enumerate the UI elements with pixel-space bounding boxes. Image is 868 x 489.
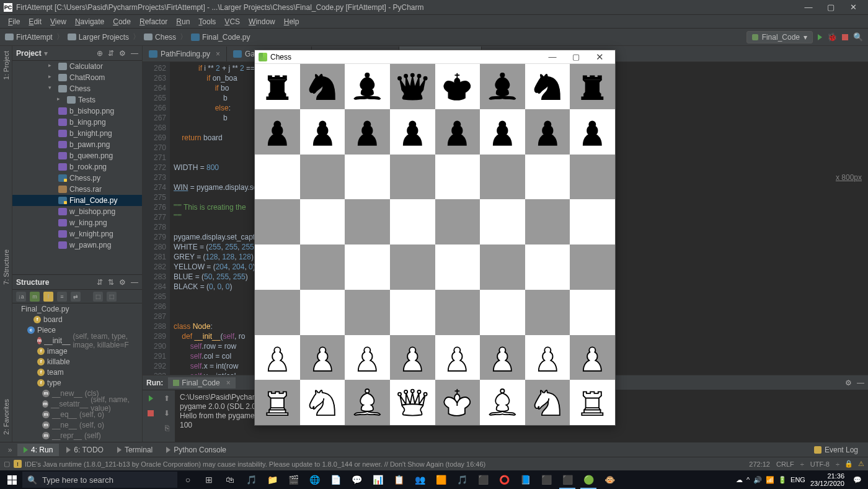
tray-icon[interactable]: ENG xyxy=(790,476,805,484)
tray-icon[interactable]: 🔊 xyxy=(753,476,762,484)
taskbar-app-icon[interactable]: 🟧 xyxy=(430,470,451,489)
chess-square[interactable] xyxy=(435,380,480,425)
chess-square[interactable] xyxy=(390,335,435,380)
chess-square[interactable] xyxy=(570,64,615,109)
chess-square[interactable] xyxy=(300,199,345,244)
tree-item[interactable]: Chess xyxy=(12,83,142,94)
chess-square[interactable] xyxy=(390,155,435,200)
structure-item[interactable]: ftype xyxy=(12,377,142,388)
chess-square[interactable] xyxy=(255,155,300,200)
close-icon[interactable]: × xyxy=(226,379,231,387)
tree-item[interactable]: ChatRoom xyxy=(12,72,142,83)
chess-square[interactable] xyxy=(300,380,345,425)
tree-item[interactable]: Tests xyxy=(12,94,142,105)
collapse-icon[interactable]: ⇵ xyxy=(97,278,103,287)
tray-icon[interactable]: 📶 xyxy=(766,476,774,484)
chess-square[interactable] xyxy=(525,244,570,290)
breadcrumb[interactable]: Larger Projects xyxy=(68,33,129,42)
tree-item[interactable]: b_pawn.png xyxy=(12,139,142,150)
tray-icon[interactable]: ☁ xyxy=(736,476,743,484)
tree-item[interactable]: b_queen.png xyxy=(12,150,142,161)
chess-square[interactable] xyxy=(390,199,435,244)
tray-icon[interactable]: 🔋 xyxy=(778,476,787,484)
menu-navigate[interactable]: Navigate xyxy=(71,16,108,27)
chess-square[interactable] xyxy=(480,244,525,290)
expand-icon[interactable]: ⇅ xyxy=(108,278,114,287)
taskbar-app-icon[interactable]: 📁 xyxy=(262,470,283,489)
tool-window-toggle-icon[interactable]: ▢ xyxy=(4,460,10,468)
chess-square[interactable] xyxy=(435,109,480,155)
menu-view[interactable]: View xyxy=(46,16,71,27)
file-encoding[interactable]: UTF-8 xyxy=(810,460,830,468)
menu-refactor[interactable]: Refactor xyxy=(135,16,172,27)
gear-icon[interactable]: ⚙ xyxy=(119,49,126,58)
editor-tab[interactable]: PathFinding.py× xyxy=(143,47,227,61)
tool-tab[interactable]: 6: TODO xyxy=(60,444,110,456)
chess-square[interactable] xyxy=(525,290,570,335)
tree-item[interactable]: b_king.png xyxy=(12,117,142,128)
run-button[interactable] xyxy=(818,34,822,40)
chess-square[interactable] xyxy=(435,244,480,290)
chess-square[interactable] xyxy=(480,64,525,109)
chess-square[interactable] xyxy=(255,290,300,335)
chess-square[interactable] xyxy=(255,335,300,380)
tray-icon[interactable]: ^ xyxy=(746,476,750,484)
chess-square[interactable] xyxy=(255,199,300,244)
chess-square[interactable] xyxy=(345,109,390,155)
structure-item[interactable]: m__setattr__(self, name, value) xyxy=(12,398,142,409)
breadcrumb[interactable]: FirtAttempt xyxy=(5,33,53,42)
chess-square[interactable] xyxy=(300,290,345,335)
chess-square[interactable] xyxy=(525,199,570,244)
chess-board[interactable] xyxy=(255,64,615,425)
chess-square[interactable] xyxy=(480,199,525,244)
chess-square[interactable] xyxy=(570,380,615,425)
close-button[interactable]: ✕ xyxy=(842,1,864,14)
chess-square[interactable] xyxy=(480,109,525,155)
tree-item[interactable]: Chess.rar xyxy=(12,184,142,195)
tree-item[interactable]: w_knight.png xyxy=(12,228,142,240)
chess-square[interactable] xyxy=(570,199,615,244)
menu-code[interactable]: Code xyxy=(108,16,135,27)
menu-vcs[interactable]: VCS xyxy=(220,16,244,27)
up-button[interactable]: ⬆ xyxy=(161,393,172,404)
taskbar-search[interactable]: 🔍 Type here to search xyxy=(22,472,177,488)
taskbar-app-icon[interactable]: 📄 xyxy=(325,470,346,489)
chess-square[interactable] xyxy=(435,290,480,335)
chess-square[interactable] xyxy=(345,199,390,244)
taskbar-app-icon[interactable]: 🎵 xyxy=(451,470,472,489)
taskbar-app-icon[interactable]: ⬛ xyxy=(557,470,578,489)
tool-tab[interactable]: Python Console xyxy=(160,444,232,456)
line-separator[interactable]: CRLF xyxy=(776,460,794,468)
taskbar-app-icon[interactable]: 🐵 xyxy=(599,470,620,489)
gear-icon[interactable]: ⚙ xyxy=(845,379,852,387)
taskbar-app-icon[interactable]: 📋 xyxy=(388,470,409,489)
structure-tool-tab[interactable]: 7: Structure xyxy=(1,247,11,287)
chess-square[interactable] xyxy=(525,64,570,109)
taskbar-app-icon[interactable]: 🎵 xyxy=(241,470,262,489)
notifications-button[interactable]: 💬 xyxy=(853,476,862,484)
tree-item[interactable]: b_knight.png xyxy=(12,128,142,139)
chess-square[interactable] xyxy=(345,335,390,380)
structure-item[interactable]: fkillable xyxy=(12,356,142,367)
taskbar-app-icon[interactable]: ⬛ xyxy=(472,470,494,489)
tree-item[interactable]: w_pawn.png xyxy=(12,240,142,251)
inspection-icon[interactable]: ⚠ xyxy=(858,460,864,468)
search-everywhere-icon[interactable]: 🔍 xyxy=(853,32,863,42)
chess-square[interactable] xyxy=(390,244,435,290)
target-icon[interactable]: ⊕ xyxy=(97,49,103,58)
breadcrumb[interactable]: Final_Code.py xyxy=(191,33,250,42)
hide-icon[interactable]: — xyxy=(131,49,138,58)
tree-item[interactable]: Chess.py xyxy=(12,173,142,184)
structure-item[interactable]: m__repr__(self) xyxy=(12,430,142,441)
taskbar-app-icon[interactable]: 🟢 xyxy=(578,470,599,489)
project-tool-tab[interactable]: 1: Project xyxy=(1,48,11,82)
tree-item[interactable]: w_bishop.png xyxy=(12,206,142,217)
chess-square[interactable] xyxy=(300,244,345,290)
close-icon[interactable]: × xyxy=(216,50,220,58)
chess-square[interactable] xyxy=(390,109,435,155)
taskbar-app-icon[interactable]: 🎬 xyxy=(283,470,304,489)
chess-square[interactable] xyxy=(345,290,390,335)
chess-square[interactable] xyxy=(255,380,300,425)
chess-square[interactable] xyxy=(300,155,345,200)
chess-square[interactable] xyxy=(480,290,525,335)
